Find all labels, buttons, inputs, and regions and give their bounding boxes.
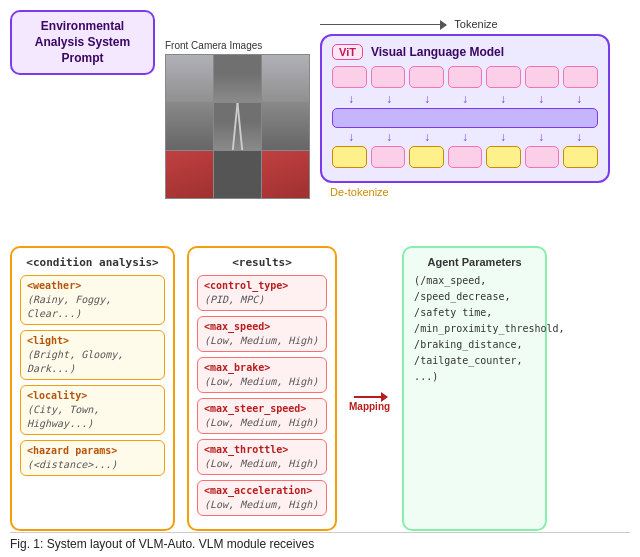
- vlm-block-yellow: [409, 146, 444, 168]
- camera-label: Front Camera Images: [165, 40, 310, 51]
- result-tag: <max_acceleration>: [204, 484, 320, 498]
- result-item-maxspeed: <max_speed> (Low, Medium, High): [197, 316, 327, 352]
- results-box-title: <results>: [197, 256, 327, 269]
- camera-cell: [214, 151, 261, 198]
- result-val: (PID, MPC): [204, 293, 320, 307]
- condition-box-title: <condition analysis>: [20, 256, 165, 269]
- camera-cell: [166, 151, 213, 198]
- system-prompt-box: Environmental Analysis System Prompt: [10, 10, 155, 75]
- agent-param: /min_proximity_threshold,: [414, 321, 535, 337]
- result-tag: <max_speed>: [204, 320, 320, 334]
- cond-item-light: <light> (Bright, Gloomy, Dark...): [20, 330, 165, 380]
- agent-box: Agent Parameters (/max_speed, /speed_dec…: [402, 246, 547, 531]
- camera-grid: [165, 54, 310, 199]
- camera-cell: [262, 103, 309, 150]
- vit-label: ViT: [332, 44, 363, 60]
- agent-title: Agent Parameters: [414, 256, 535, 268]
- mapping-area: Mapping: [349, 246, 390, 531]
- vlm-block-pink: [448, 66, 483, 88]
- vlm-block-pink: [563, 66, 598, 88]
- vlm-box: ViT Visual Language Model ↓↓↓↓↓↓↓: [320, 34, 610, 183]
- camera-cell: [214, 103, 261, 150]
- caption: Fig. 1: System layout of VLM-Auto. VLM m…: [10, 532, 630, 551]
- vlm-block-pink: [409, 66, 444, 88]
- cond-val: (Bright, Gloomy, Dark...): [27, 348, 158, 376]
- vlm-down-arrows-2: ↓↓↓↓↓↓↓: [332, 131, 598, 143]
- cond-tag: <hazard params>: [27, 444, 158, 458]
- tokenize-label: Tokenize: [454, 18, 497, 30]
- result-tag: <control_type>: [204, 279, 320, 293]
- result-tag: <max_brake>: [204, 361, 320, 375]
- result-item-maxthrottle: <max_throttle> (Low, Medium, High): [197, 439, 327, 475]
- agent-param: (/max_speed,: [414, 273, 535, 289]
- agent-param: /speed_decrease,: [414, 289, 535, 305]
- cond-item-weather: <weather> (Rainy, Foggy, Clear...): [20, 275, 165, 325]
- result-tag: <max_throttle>: [204, 443, 320, 457]
- cond-val: (<distance>...): [27, 458, 158, 472]
- result-val: (Low, Medium, High): [204, 375, 320, 389]
- cond-item-hazard: <hazard params> (<distance>...): [20, 440, 165, 476]
- result-item-maxaccel: <max_acceleration> (Low, Medium, High): [197, 480, 327, 516]
- camera-cell: [262, 55, 309, 102]
- cond-val: (City, Town, Highway...): [27, 403, 158, 431]
- detokenize-label: De-tokenize: [330, 186, 630, 198]
- result-item-control: <control_type> (PID, MPC): [197, 275, 327, 311]
- camera-section: Front Camera Images: [165, 40, 310, 199]
- camera-cell: [166, 55, 213, 102]
- cond-tag: <locality>: [27, 389, 158, 403]
- cond-tag: <light>: [27, 334, 158, 348]
- result-item-maxbrake: <max_brake> (Low, Medium, High): [197, 357, 327, 393]
- result-val: (Low, Medium, High): [204, 416, 320, 430]
- result-val: (Low, Medium, High): [204, 457, 320, 471]
- vlm-block-yellow: [486, 146, 521, 168]
- mapping-label: Mapping: [349, 401, 390, 412]
- vlm-block-purple: [332, 108, 598, 128]
- vlm-block-pink: [486, 66, 521, 88]
- agent-param: /safety time,: [414, 305, 535, 321]
- result-val: (Low, Medium, High): [204, 498, 320, 512]
- vlm-block-pink: [371, 66, 406, 88]
- cond-item-locality: <locality> (City, Town, Highway...): [20, 385, 165, 435]
- vlm-block-pink: [525, 66, 560, 88]
- result-item-maxsteer: <max_steer_speed> (Low, Medium, High): [197, 398, 327, 434]
- camera-cell: [166, 103, 213, 150]
- camera-cell: [262, 151, 309, 198]
- svg-line-0: [233, 103, 238, 150]
- condition-analysis-box: <condition analysis> <weather> (Rainy, F…: [10, 246, 175, 531]
- vlm-down-arrows: ↓↓↓↓↓↓↓: [332, 93, 598, 105]
- agent-params: (/max_speed, /speed_decrease, /safety ti…: [414, 273, 535, 385]
- results-box: <results> <control_type> (PID, MPC) <max…: [187, 246, 337, 531]
- cond-val: (Rainy, Foggy, Clear...): [27, 293, 158, 321]
- svg-line-1: [238, 103, 243, 150]
- vlm-block-pink-sm: [525, 146, 560, 168]
- camera-cell: [214, 55, 261, 102]
- agent-param: /braking_distance,: [414, 337, 535, 353]
- vlm-block-yellow: [332, 146, 367, 168]
- agent-param: ...): [414, 369, 535, 385]
- result-tag: <max_steer_speed>: [204, 402, 320, 416]
- vlm-block-pink-sm: [448, 146, 483, 168]
- agent-param: /tailgate_counter,: [414, 353, 535, 369]
- result-val: (Low, Medium, High): [204, 334, 320, 348]
- vlm-block-pink-sm: [371, 146, 406, 168]
- vlm-block-pink: [332, 66, 367, 88]
- vlm-title: Visual Language Model: [371, 45, 504, 59]
- cond-tag: <weather>: [27, 279, 158, 293]
- vlm-block-yellow: [563, 146, 598, 168]
